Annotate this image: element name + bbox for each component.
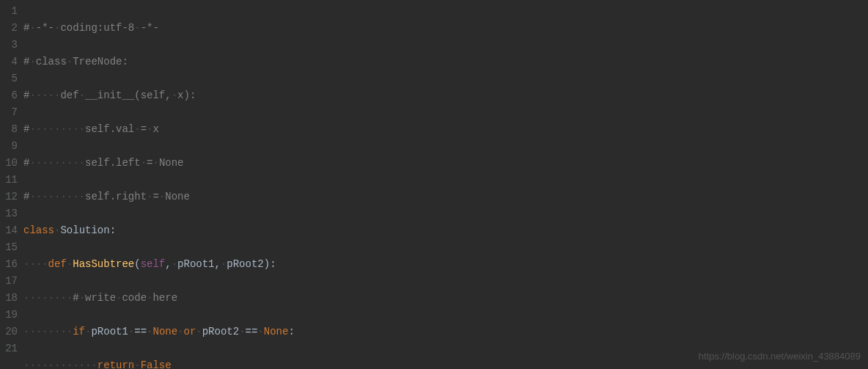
line-number: 1 [0,3,18,20]
line-number: 6 [0,87,18,104]
line-number: 17 [0,273,18,290]
code-line: #·class·TreeNode: [23,54,868,70]
line-number: 10 [0,155,18,172]
line-number-gutter: 1 2 3 4 5 6 7 8 9 10 11 12 13 14 15 16 1… [0,3,23,369]
line-number: 21 [0,340,18,357]
code-editor: 1 2 3 4 5 6 7 8 9 10 11 12 13 14 15 16 1… [0,0,868,369]
code-line: #·····def·__init__(self,·x): [23,87,868,104]
code-area[interactable]: #·-*-·coding:utf-8·-*- #·class·TreeNode:… [23,3,868,369]
line-number: 16 [0,256,18,273]
line-number: 13 [0,205,18,222]
code-line: #·········self.left·=·None [23,155,868,172]
line-number: 20 [0,324,18,340]
line-number: 12 [0,189,18,205]
line-number: 3 [0,37,18,54]
code-line: ············return·False [23,357,868,369]
line-number: 15 [0,239,18,256]
line-number: 11 [0,172,18,189]
code-line: #·-*-·coding:utf-8·-*- [23,20,868,37]
line-number: 9 [0,138,18,155]
code-line: ········if·pRoot1·==·None·or·pRoot2·==·N… [23,324,868,340]
code-line: ········#·write·code·here [23,290,868,307]
line-number: 14 [0,222,18,239]
code-line: ····def·HasSubtree(self,·pRoot1,·pRoot2)… [23,256,868,273]
line-number: 7 [0,104,18,121]
line-number: 4 [0,54,18,70]
code-line: #·········self.right·=·None [23,189,868,205]
line-number: 8 [0,121,18,138]
line-number: 5 [0,70,18,87]
line-number: 18 [0,290,18,307]
line-number: 19 [0,307,18,324]
code-line: #·········self.val·=·x [23,121,868,138]
line-number: 2 [0,20,18,37]
code-line: class·Solution: [23,222,868,239]
